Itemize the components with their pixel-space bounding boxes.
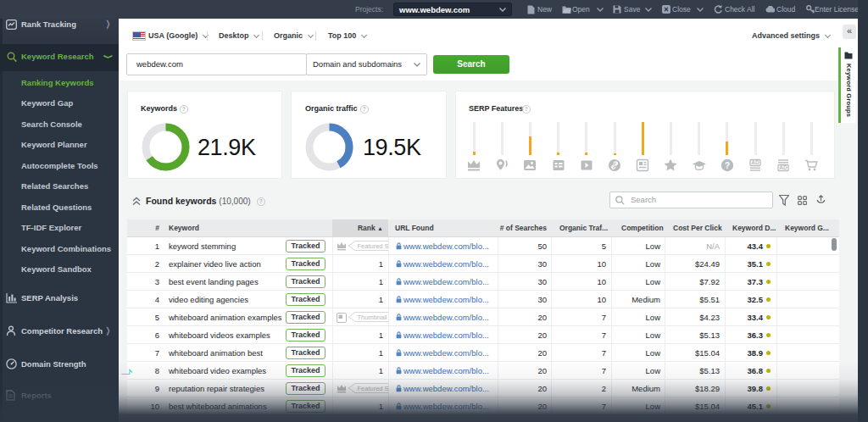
svg-text:AD: AD [751, 159, 760, 165]
svg-text:AD: AD [779, 164, 787, 170]
svg-text:Featured S: Featured S [358, 242, 389, 250]
svg-text:?: ? [725, 161, 730, 170]
svg-text:Featured S: Featured S [358, 385, 389, 392]
svg-text:Thumbnail: Thumbnail [358, 314, 387, 321]
